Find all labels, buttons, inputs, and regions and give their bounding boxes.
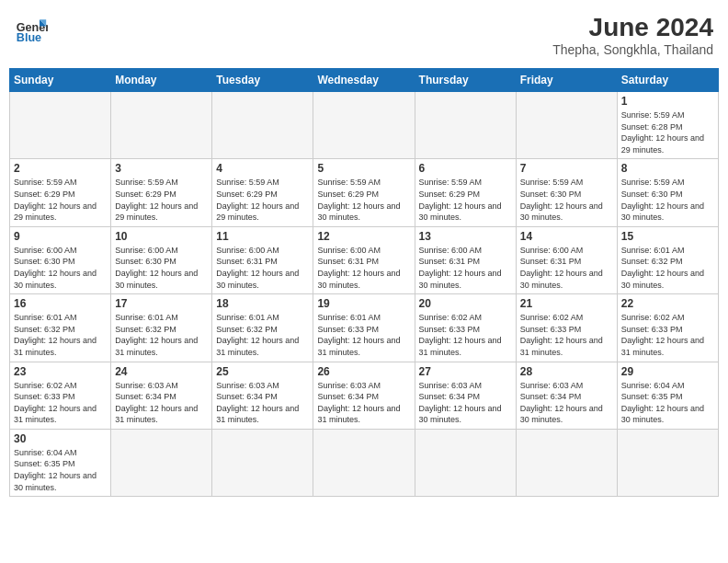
calendar-day (313, 92, 415, 159)
calendar-day (516, 429, 617, 496)
day-info: Sunrise: 5:59 AM Sunset: 6:28 PM Dayligh… (621, 109, 714, 155)
calendar-day: 20Sunrise: 6:02 AM Sunset: 6:33 PM Dayli… (415, 294, 516, 362)
calendar-day: 28Sunrise: 6:03 AM Sunset: 6:34 PM Dayli… (516, 362, 617, 429)
day-number: 24 (115, 365, 208, 378)
day-number: 14 (520, 230, 613, 243)
calendar-day (415, 92, 516, 159)
day-info: Sunrise: 6:00 AM Sunset: 6:31 PM Dayligh… (216, 245, 309, 291)
day-info: Sunrise: 6:00 AM Sunset: 6:30 PM Dayligh… (14, 245, 107, 291)
day-number: 1 (621, 95, 714, 108)
day-number: 17 (115, 297, 208, 310)
calendar-day: 18Sunrise: 6:01 AM Sunset: 6:32 PM Dayli… (212, 294, 313, 362)
calendar-day: 23Sunrise: 6:02 AM Sunset: 6:33 PM Dayli… (10, 362, 111, 429)
day-info: Sunrise: 5:59 AM Sunset: 6:29 PM Dayligh… (419, 177, 512, 223)
calendar-day: 10Sunrise: 6:00 AM Sunset: 6:30 PM Dayli… (111, 226, 212, 293)
calendar-day: 6Sunrise: 5:59 AM Sunset: 6:29 PM Daylig… (415, 159, 516, 226)
calendar-day: 13Sunrise: 6:00 AM Sunset: 6:31 PM Dayli… (415, 226, 516, 293)
day-info: Sunrise: 6:01 AM Sunset: 6:32 PM Dayligh… (115, 312, 208, 358)
day-info: Sunrise: 6:01 AM Sunset: 6:32 PM Dayligh… (14, 312, 107, 358)
page-header: General Blue June 2024 Thepha, Songkhla,… (9, 9, 719, 61)
month-title: June 2024 (552, 13, 713, 42)
weekday-header-thursday: Thursday (415, 69, 516, 92)
calendar-day: 27Sunrise: 6:03 AM Sunset: 6:34 PM Dayli… (415, 362, 516, 429)
day-info: Sunrise: 6:00 AM Sunset: 6:30 PM Dayligh… (115, 245, 208, 291)
day-number: 3 (115, 162, 208, 175)
weekday-header-row: SundayMondayTuesdayWednesdayThursdayFrid… (10, 69, 719, 92)
day-number: 13 (419, 230, 512, 243)
calendar-day: 5Sunrise: 5:59 AM Sunset: 6:29 PM Daylig… (313, 159, 415, 226)
calendar-week-row: 9Sunrise: 6:00 AM Sunset: 6:30 PM Daylig… (10, 226, 719, 293)
calendar-day (111, 429, 212, 496)
day-info: Sunrise: 5:59 AM Sunset: 6:29 PM Dayligh… (216, 177, 309, 223)
weekday-header-tuesday: Tuesday (212, 69, 313, 92)
day-info: Sunrise: 5:59 AM Sunset: 6:29 PM Dayligh… (115, 177, 208, 223)
calendar-table: SundayMondayTuesdayWednesdayThursdayFrid… (9, 68, 719, 497)
day-info: Sunrise: 6:03 AM Sunset: 6:34 PM Dayligh… (419, 380, 512, 426)
calendar-day: 19Sunrise: 6:01 AM Sunset: 6:33 PM Dayli… (313, 294, 415, 362)
day-info: Sunrise: 6:00 AM Sunset: 6:31 PM Dayligh… (419, 245, 512, 291)
day-number: 25 (216, 365, 309, 378)
calendar-day (111, 92, 212, 159)
title-block: June 2024 Thepha, Songkhla, Thailand (552, 13, 713, 57)
day-info: Sunrise: 6:01 AM Sunset: 6:33 PM Dayligh… (317, 312, 410, 358)
weekday-header-friday: Friday (516, 69, 617, 92)
day-number: 20 (419, 297, 512, 310)
calendar-day (212, 92, 313, 159)
calendar-day: 9Sunrise: 6:00 AM Sunset: 6:30 PM Daylig… (10, 226, 111, 293)
day-number: 26 (317, 365, 410, 378)
day-number: 27 (419, 365, 512, 378)
weekday-header-monday: Monday (111, 69, 212, 92)
weekday-header-saturday: Saturday (617, 69, 718, 92)
calendar-day: 17Sunrise: 6:01 AM Sunset: 6:32 PM Dayli… (111, 294, 212, 362)
day-number: 5 (317, 162, 410, 175)
calendar-day (516, 92, 617, 159)
calendar-day (617, 429, 718, 496)
day-number: 12 (317, 230, 410, 243)
logo: General Blue (15, 13, 48, 46)
day-number: 7 (520, 162, 613, 175)
day-info: Sunrise: 6:02 AM Sunset: 6:33 PM Dayligh… (621, 312, 714, 358)
day-info: Sunrise: 5:59 AM Sunset: 6:30 PM Dayligh… (520, 177, 613, 223)
day-number: 16 (14, 297, 107, 310)
day-number: 19 (317, 297, 410, 310)
day-info: Sunrise: 6:03 AM Sunset: 6:34 PM Dayligh… (520, 380, 613, 426)
calendar-day: 12Sunrise: 6:00 AM Sunset: 6:31 PM Dayli… (313, 226, 415, 293)
calendar-week-row: 23Sunrise: 6:02 AM Sunset: 6:33 PM Dayli… (10, 362, 719, 429)
calendar-day (313, 429, 415, 496)
logo-icon: General Blue (15, 13, 48, 46)
day-number: 4 (216, 162, 309, 175)
calendar-day: 15Sunrise: 6:01 AM Sunset: 6:32 PM Dayli… (617, 226, 718, 293)
calendar-day: 1Sunrise: 5:59 AM Sunset: 6:28 PM Daylig… (617, 92, 718, 159)
calendar-day: 22Sunrise: 6:02 AM Sunset: 6:33 PM Dayli… (617, 294, 718, 362)
day-info: Sunrise: 6:03 AM Sunset: 6:34 PM Dayligh… (317, 380, 410, 426)
day-number: 18 (216, 297, 309, 310)
day-number: 8 (621, 162, 714, 175)
calendar-week-row: 2Sunrise: 5:59 AM Sunset: 6:29 PM Daylig… (10, 159, 719, 226)
day-info: Sunrise: 6:04 AM Sunset: 6:35 PM Dayligh… (621, 380, 714, 426)
day-info: Sunrise: 6:00 AM Sunset: 6:31 PM Dayligh… (317, 245, 410, 291)
calendar-day: 11Sunrise: 6:00 AM Sunset: 6:31 PM Dayli… (212, 226, 313, 293)
day-number: 10 (115, 230, 208, 243)
svg-text:Blue: Blue (17, 31, 41, 44)
weekday-header-wednesday: Wednesday (313, 69, 415, 92)
calendar-day (212, 429, 313, 496)
calendar-week-row: 16Sunrise: 6:01 AM Sunset: 6:32 PM Dayli… (10, 294, 719, 362)
day-info: Sunrise: 5:59 AM Sunset: 6:29 PM Dayligh… (317, 177, 410, 223)
day-info: Sunrise: 6:04 AM Sunset: 6:35 PM Dayligh… (14, 447, 107, 493)
day-info: Sunrise: 5:59 AM Sunset: 6:29 PM Dayligh… (14, 177, 107, 223)
day-info: Sunrise: 6:00 AM Sunset: 6:31 PM Dayligh… (520, 245, 613, 291)
calendar-day: 2Sunrise: 5:59 AM Sunset: 6:29 PM Daylig… (10, 159, 111, 226)
day-number: 2 (14, 162, 107, 175)
calendar-day: 3Sunrise: 5:59 AM Sunset: 6:29 PM Daylig… (111, 159, 212, 226)
day-number: 22 (621, 297, 714, 310)
day-info: Sunrise: 6:03 AM Sunset: 6:34 PM Dayligh… (115, 380, 208, 426)
calendar-week-row: 30Sunrise: 6:04 AM Sunset: 6:35 PM Dayli… (10, 429, 719, 496)
day-info: Sunrise: 6:01 AM Sunset: 6:32 PM Dayligh… (216, 312, 309, 358)
day-number: 30 (14, 432, 107, 445)
day-info: Sunrise: 6:03 AM Sunset: 6:34 PM Dayligh… (216, 380, 309, 426)
day-number: 11 (216, 230, 309, 243)
calendar-day (10, 92, 111, 159)
day-number: 21 (520, 297, 613, 310)
weekday-header-sunday: Sunday (10, 69, 111, 92)
day-number: 6 (419, 162, 512, 175)
